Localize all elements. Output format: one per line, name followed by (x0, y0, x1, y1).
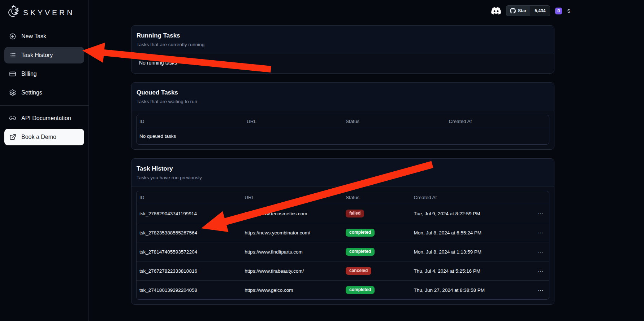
task-created-at: Thu, Jun 27, 2024 at 8:38:58 PM (411, 281, 532, 300)
sidebar: SKYVERN New Task Task History Billing (0, 0, 89, 321)
task-history-table: ID URL Status Created At tsk_27862904374… (136, 191, 549, 300)
column-header-id: ID (137, 115, 244, 128)
table-row[interactable]: tsk_278629043741199914 https://www.tecos… (137, 204, 549, 223)
main-content: Running Tasks Tasks that are currently r… (89, 0, 644, 321)
card-title: Running Tasks (137, 32, 549, 39)
column-header-id: ID (137, 191, 242, 204)
table-row[interactable]: tsk_274180139292204058 https://www.geico… (137, 281, 549, 300)
column-header-status: Status (343, 115, 446, 128)
task-id: tsk_274180139292204058 (137, 281, 242, 300)
task-url: https://www.tecosmetics.com (242, 204, 343, 223)
queued-tasks-card: Queued Tasks Tasks that are waiting to r… (131, 82, 554, 150)
sidebar-divider (0, 105, 88, 106)
task-created-at: Mon, Jul 8, 2024 at 6:55:24 PM (411, 223, 532, 242)
running-tasks-header: Running Tasks Tasks that are currently r… (131, 26, 554, 53)
row-menu-button[interactable]: ⋯ (532, 204, 549, 223)
status-badge: completed (346, 286, 375, 294)
credit-card-icon (9, 70, 16, 78)
task-url: https://news.ycombinator.com/ (242, 223, 343, 242)
column-header-url: URL (242, 191, 343, 204)
task-created-at: Mon, Jul 8, 2024 at 1:13:59 PM (411, 242, 532, 261)
column-header-status: Status (343, 191, 411, 204)
status-badge: completed (346, 229, 375, 237)
table-row[interactable]: tsk_278235388555267564 https://news.ycom… (137, 223, 549, 242)
card-subtitle: Tasks that are waiting to run (137, 99, 549, 104)
task-created-at: Thu, Jul 4, 2024 at 5:25:16 PM (411, 261, 532, 281)
task-history-body: ID URL Status Created At tsk_27862904374… (131, 186, 554, 304)
sidebar-item-label: Settings (21, 89, 42, 96)
external-link-icon (9, 133, 16, 141)
running-tasks-card: Running Tasks Tasks that are currently r… (131, 25, 554, 74)
sidebar-item-api-documentation[interactable]: API Documentation (4, 110, 84, 127)
task-url: https://www.finditparts.com (242, 242, 343, 261)
sidebar-item-label: New Task (21, 33, 46, 40)
brand-logo-row[interactable]: SKYVERN (0, 3, 88, 22)
column-header-actions (532, 191, 549, 204)
sidebar-item-new-task[interactable]: New Task (4, 28, 84, 45)
task-history-card: Task History Tasks you have run previous… (131, 158, 554, 305)
column-header-url: URL (244, 115, 343, 128)
column-header-created-at: Created At (446, 115, 549, 128)
skyvern-dragon-logo-icon (5, 4, 20, 21)
task-url: https://www.geico.com (242, 281, 343, 300)
card-title: Queued Tasks (137, 89, 549, 96)
brand-name: SKYVERN (23, 8, 74, 17)
running-tasks-body: No running tasks (131, 53, 554, 73)
row-menu-button[interactable]: ⋯ (532, 223, 549, 242)
queued-tasks-table: ID URL Status Created At No queued tasks (136, 115, 549, 145)
table-row[interactable]: tsk_278147405593572204 https://www.findi… (137, 242, 549, 261)
card-subtitle: Tasks that are currently running (137, 42, 549, 47)
sidebar-nav: New Task Task History Billing Settings (0, 28, 88, 145)
table-row[interactable]: tsk_276727822333810816 https://www.tirab… (137, 261, 549, 281)
row-menu-button[interactable]: ⋯ (532, 281, 549, 300)
card-subtitle: Tasks you have run previously (137, 175, 549, 180)
no-running-tasks-text: No running tasks (136, 58, 549, 69)
sidebar-item-settings[interactable]: Settings (4, 84, 84, 101)
queued-tasks-body: ID URL Status Created At No queued tasks (131, 110, 554, 149)
table-header-row: ID URL Status Created At (137, 191, 549, 204)
status-badge: completed (346, 248, 375, 256)
sidebar-item-label: Billing (21, 71, 37, 77)
table-header-row: ID URL Status Created At (137, 115, 549, 128)
sidebar-item-label: Book a Demo (21, 134, 56, 140)
task-created-at: Tue, Jul 9, 2024 at 8:22:59 PM (411, 204, 532, 223)
task-id: tsk_278629043741199914 (137, 204, 242, 223)
book-a-demo-button[interactable]: Book a Demo (4, 129, 84, 145)
queued-tasks-header: Queued Tasks Tasks that are waiting to r… (131, 83, 554, 110)
no-queued-tasks-text: No queued tasks (137, 128, 549, 145)
sidebar-item-label: API Documentation (21, 115, 71, 122)
task-id: tsk_278147405593572204 (137, 242, 242, 261)
app-window: SKYVERN New Task Task History Billing (0, 0, 644, 321)
status-badge: canceled (346, 267, 371, 275)
status-badge: failed (346, 210, 364, 217)
row-menu-button[interactable]: ⋯ (532, 242, 549, 261)
task-id: tsk_278235388555267564 (137, 223, 242, 242)
column-header-created-at: Created At (411, 191, 532, 204)
sidebar-item-label: Task History (21, 52, 53, 58)
plus-circle-icon (9, 33, 16, 40)
card-title: Task History (137, 165, 549, 172)
task-history-header: Task History Tasks you have run previous… (131, 159, 554, 186)
row-menu-button[interactable]: ⋯ (532, 261, 549, 281)
list-icon (9, 52, 16, 59)
empty-row: No queued tasks (137, 128, 549, 145)
task-id: tsk_276727822333810816 (137, 261, 242, 281)
sidebar-item-task-history[interactable]: Task History (4, 47, 84, 63)
sidebar-item-billing[interactable]: Billing (4, 66, 84, 82)
gear-icon (9, 89, 16, 96)
link-icon (9, 115, 16, 122)
task-url: https://www.tirabeauty.com/ (242, 261, 343, 281)
